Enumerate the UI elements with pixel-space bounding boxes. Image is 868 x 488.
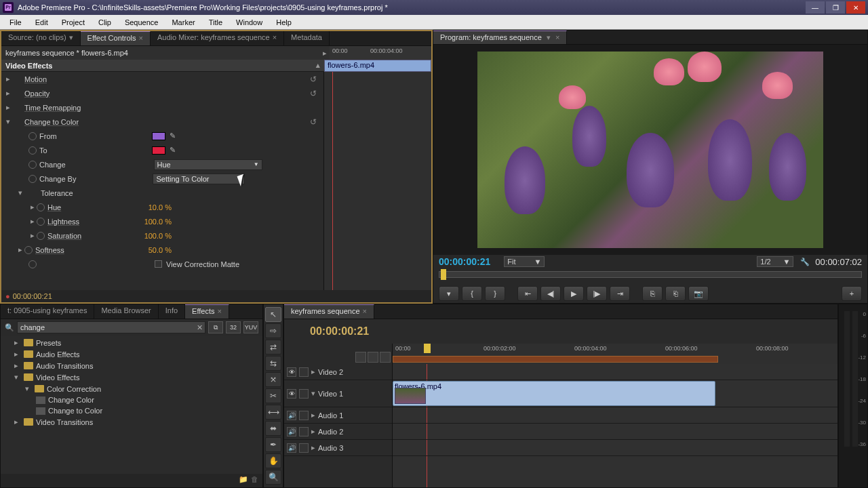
snap-toggle[interactable] bbox=[355, 352, 366, 363]
hue-value[interactable]: 10.0 % bbox=[149, 203, 172, 211]
lock-icon[interactable] bbox=[299, 427, 309, 436]
clip-flowers[interactable]: flowers-6.mp4 bbox=[393, 381, 715, 406]
eyedropper-icon[interactable]: ✎ bbox=[170, 131, 176, 140]
ripple-edit-tool[interactable]: ⇄ bbox=[265, 340, 281, 354]
eye-icon[interactable]: 👁 bbox=[287, 389, 296, 399]
lock-icon[interactable] bbox=[299, 389, 309, 399]
saturation-value[interactable]: 100.0 % bbox=[144, 232, 172, 240]
mark-in-button[interactable]: ▾ bbox=[439, 286, 459, 301]
pen-tool[interactable]: ✒ bbox=[265, 437, 281, 452]
menu-clip[interactable]: Clip bbox=[92, 16, 118, 28]
ec-mini-timeline[interactable]: 00:00 00:00:04:00 bbox=[330, 46, 431, 60]
change-color-item[interactable]: Change Color bbox=[48, 396, 94, 404]
change-to-color-item[interactable]: Change to Color bbox=[48, 407, 102, 415]
motion-effect[interactable]: Motion bbox=[24, 75, 47, 83]
tab-project[interactable]: t: 0905-using keyframes bbox=[1, 304, 94, 319]
play-button[interactable]: ▶ bbox=[564, 286, 584, 301]
32bit-chip[interactable]: 32 bbox=[226, 321, 241, 333]
expand-icon[interactable]: ▸ bbox=[14, 361, 21, 370]
link-toggle[interactable] bbox=[380, 352, 391, 363]
timeline-ruler[interactable]: 00:00 00:00:02:00 00:00:04:00 00:00:06:0… bbox=[284, 344, 837, 364]
menu-marker[interactable]: Marker bbox=[165, 16, 201, 28]
track-v1[interactable]: flowers-6.mp4 bbox=[393, 380, 837, 407]
razor-tool[interactable]: ✂ bbox=[265, 388, 281, 403]
expand-icon[interactable]: ▸ bbox=[14, 338, 21, 347]
accel-chip[interactable]: ⧉ bbox=[208, 321, 223, 333]
slip-tool[interactable]: ⟷ bbox=[265, 405, 281, 420]
collapse-icon[interactable]: ▾ bbox=[4, 117, 12, 126]
track-head-a1[interactable]: 🔊▸Audio 1 bbox=[284, 407, 392, 424]
lightness-label[interactable]: Lightness bbox=[47, 218, 79, 226]
keyframe-toggle[interactable] bbox=[37, 218, 45, 226]
ec-clip-label[interactable]: flowers-6.mp4 bbox=[324, 60, 431, 72]
to-color-swatch[interactable] bbox=[152, 146, 165, 155]
collapse-icon[interactable]: ▾ bbox=[14, 373, 21, 382]
collapse-icon[interactable]: ▴ bbox=[316, 61, 320, 70]
reset-icon[interactable]: ↺ bbox=[310, 117, 317, 127]
opacity-effect[interactable]: Opacity bbox=[24, 89, 50, 98]
expand-icon[interactable]: ▸ bbox=[28, 203, 37, 211]
step-forward-button[interactable]: |▶ bbox=[587, 286, 607, 301]
keyframe-toggle[interactable] bbox=[28, 260, 37, 268]
view-matte-checkbox[interactable] bbox=[155, 260, 162, 268]
keyframe-toggle[interactable] bbox=[28, 175, 37, 183]
collapse-icon[interactable]: ▾ bbox=[16, 188, 24, 197]
scrub-handle[interactable] bbox=[441, 269, 446, 280]
lock-icon[interactable] bbox=[299, 367, 309, 377]
delete-icon[interactable]: 🗑 bbox=[251, 475, 258, 486]
program-timecode[interactable]: 00:00:00:21 bbox=[439, 256, 490, 267]
tab-info[interactable]: Info bbox=[159, 304, 185, 319]
tab-audio-mixer[interactable]: Audio Mixer: keyframes sequence× bbox=[151, 31, 284, 45]
hand-tool[interactable]: ✋ bbox=[265, 453, 281, 468]
menu-project[interactable]: Project bbox=[55, 16, 92, 28]
presets-folder[interactable]: Presets bbox=[36, 339, 61, 347]
set-out-button[interactable]: } bbox=[485, 286, 505, 301]
reset-icon[interactable]: ↺ bbox=[310, 75, 317, 84]
lock-icon[interactable] bbox=[299, 443, 309, 453]
menu-help[interactable]: Help bbox=[269, 16, 298, 28]
clear-search-icon[interactable]: ✕ bbox=[197, 323, 203, 332]
maximize-button[interactable]: ❐ bbox=[826, 1, 845, 14]
step-back-button[interactable]: ◀| bbox=[540, 286, 561, 301]
hue-label[interactable]: Hue bbox=[47, 203, 61, 211]
reset-icon[interactable]: ↺ bbox=[310, 89, 317, 98]
export-frame-button[interactable]: 📷 bbox=[688, 286, 709, 301]
timeline-playhead-handle[interactable] bbox=[424, 344, 431, 353]
change-dropdown[interactable]: Hue▼ bbox=[154, 159, 262, 170]
tab-effect-controls[interactable]: Effect Controls× bbox=[81, 31, 151, 45]
menu-sequence[interactable]: Sequence bbox=[118, 16, 165, 28]
track-a1[interactable] bbox=[393, 407, 837, 424]
tab-effects[interactable]: Effects× bbox=[185, 304, 229, 319]
track-head-v2[interactable]: 👁▸Video 2 bbox=[284, 364, 392, 380]
wrench-icon[interactable]: 🔧 bbox=[800, 258, 810, 266]
menu-window[interactable]: Window bbox=[229, 16, 269, 28]
track-select-tool[interactable]: ⇨ bbox=[265, 323, 281, 338]
program-scrubber[interactable] bbox=[433, 268, 867, 284]
keyframe-toggle[interactable] bbox=[37, 232, 45, 240]
speaker-icon[interactable]: 🔊 bbox=[287, 427, 296, 436]
fit-dropdown[interactable]: Fit▼ bbox=[504, 256, 545, 267]
eyedropper-icon[interactable]: ✎ bbox=[170, 146, 176, 155]
expand-icon[interactable]: ▸ bbox=[14, 350, 21, 359]
softness-value[interactable]: 50.0 % bbox=[149, 246, 172, 254]
menu-file[interactable]: File bbox=[3, 16, 28, 28]
new-bin-icon[interactable]: 📁 bbox=[239, 475, 248, 486]
expand-icon[interactable]: ▸ bbox=[14, 418, 21, 426]
keyframe-toggle[interactable] bbox=[28, 132, 37, 140]
menu-title[interactable]: Title bbox=[202, 16, 229, 28]
tab-source[interactable]: Source: (no clips)▾ bbox=[1, 31, 81, 45]
video-effects-folder[interactable]: Video Effects bbox=[36, 373, 79, 382]
yuv-chip[interactable]: YUV bbox=[243, 321, 258, 333]
eye-icon[interactable]: 👁 bbox=[287, 367, 296, 377]
softness-label[interactable]: Softness bbox=[35, 246, 64, 254]
lightness-value[interactable]: 100.0 % bbox=[144, 218, 172, 226]
selection-tool[interactable]: ↖ bbox=[265, 307, 281, 322]
ec-playhead[interactable] bbox=[332, 72, 333, 290]
color-correction-folder[interactable]: Color Correction bbox=[47, 385, 101, 393]
audio-effects-folder[interactable]: Audio Effects bbox=[36, 350, 80, 359]
minimize-button[interactable]: — bbox=[806, 1, 825, 14]
zoom-tool[interactable]: 🔍 bbox=[265, 470, 281, 485]
track-v2[interactable] bbox=[393, 364, 837, 380]
ec-timecode[interactable]: 00:00:00:21 bbox=[13, 292, 52, 300]
tab-sequence[interactable]: keyframes sequence× bbox=[284, 304, 374, 319]
